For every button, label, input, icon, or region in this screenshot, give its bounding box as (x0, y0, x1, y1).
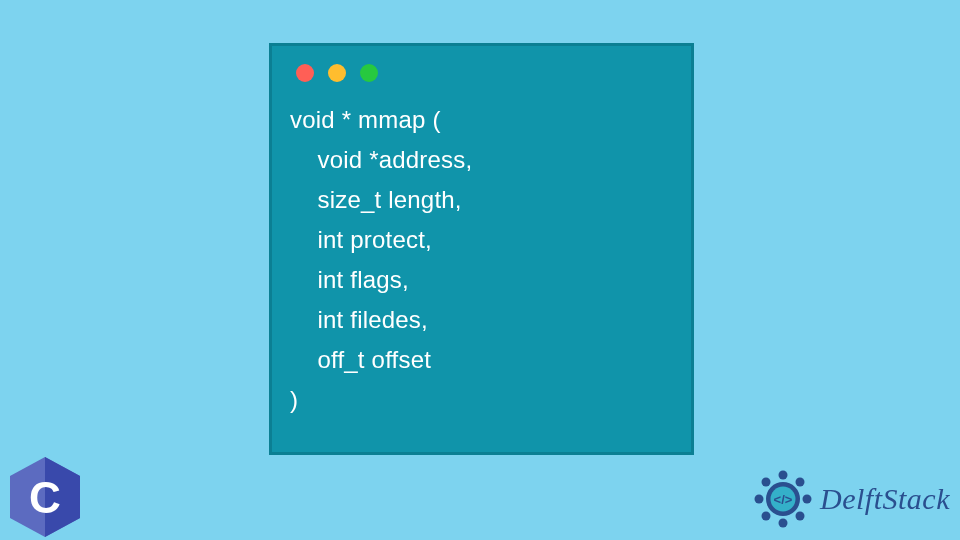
code-line: int filedes, (290, 306, 428, 333)
minimize-icon (328, 64, 346, 82)
code-line: off_t offset (290, 346, 431, 373)
svg-point-5 (803, 495, 812, 504)
brand-name: DelftStack (820, 482, 950, 516)
delftstack-icon: </> (752, 468, 814, 530)
code-line: void * mmap ( (290, 106, 441, 133)
code-line: void *address, (290, 146, 472, 173)
code-line: ) (290, 386, 298, 413)
brand-logo: </> DelftStack (752, 468, 950, 530)
svg-point-4 (796, 478, 805, 487)
code-block: void * mmap ( void *address, size_t leng… (272, 82, 691, 420)
code-window: void * mmap ( void *address, size_t leng… (269, 43, 694, 455)
window-titlebar (272, 46, 691, 82)
svg-point-3 (779, 471, 788, 480)
code-line: size_t length, (290, 186, 462, 213)
svg-point-7 (779, 519, 788, 528)
svg-text:C: C (29, 473, 61, 522)
svg-point-9 (755, 495, 764, 504)
svg-point-8 (762, 512, 771, 521)
code-line: int flags, (290, 266, 409, 293)
close-icon (296, 64, 314, 82)
svg-point-6 (796, 512, 805, 521)
svg-text:</>: </> (774, 492, 793, 507)
c-language-icon: C (8, 456, 82, 538)
svg-point-10 (762, 478, 771, 487)
maximize-icon (360, 64, 378, 82)
code-line: int protect, (290, 226, 432, 253)
